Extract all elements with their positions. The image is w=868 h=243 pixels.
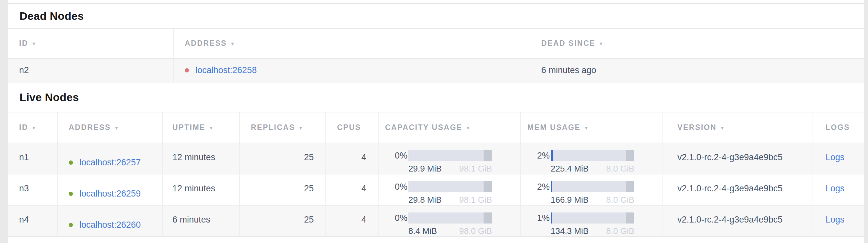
capacity-used-label: 8.4 MiB — [408, 226, 437, 236]
live-nodes-header-row: ID ▼ ADDRESS ▼ UPTIME ▼ REPLICAS ▼ CPUS … — [8, 112, 864, 143]
column-header-address[interactable]: ADDRESS ▼ — [57, 112, 162, 143]
sort-desc-icon: ▼ — [230, 41, 236, 47]
live-nodes-title-block: Live Nodes — [8, 82, 864, 112]
node-version: v2.1.0-rc.2-4-g3e9a4e9bc5 — [662, 174, 813, 205]
mem-usage-bar — [551, 181, 634, 192]
node-replicas: 25 — [239, 174, 326, 205]
mem-usage-cell: 2% 225.4 MiB 8.0 GiB — [520, 143, 662, 174]
node-address-cell: localhost:26258 — [173, 59, 528, 82]
node-address-link[interactable]: localhost:26259 — [80, 188, 141, 199]
column-header-replicas[interactable]: REPLICAS ▼ — [239, 112, 326, 143]
capacity-used-label: 29.8 MiB — [408, 195, 442, 205]
node-address-link[interactable]: localhost:26257 — [80, 157, 141, 168]
capacity-percent: 0% — [385, 151, 408, 161]
mem-used-fill — [551, 150, 553, 161]
column-header-capacity-usage[interactable]: CAPACITY USAGE ▼ — [378, 112, 520, 143]
mem-used-fill — [551, 181, 552, 192]
bar-endcap — [626, 213, 634, 223]
mem-used-label: 166.9 MiB — [551, 195, 589, 205]
sort-desc-icon: ▼ — [31, 41, 37, 47]
node-address-cell: localhost:26260 — [57, 206, 162, 236]
sort-desc-icon: ▼ — [720, 125, 725, 131]
sort-desc-icon: ▼ — [584, 125, 589, 131]
capacity-usage-bar — [408, 150, 492, 161]
bar-endcap — [484, 213, 492, 223]
logs-link[interactable]: Logs — [826, 152, 845, 162]
bar-endcap — [484, 181, 492, 192]
dead-nodes-title-block: Dead Nodes — [8, 4, 864, 29]
column-header-dead-since[interactable]: DEAD SINCE ▼ — [528, 29, 864, 58]
column-header-id[interactable]: ID ▼ — [8, 112, 57, 143]
dead-status-dot-icon — [185, 68, 189, 73]
sort-desc-icon: ▼ — [599, 41, 604, 47]
mem-percent: 2% — [527, 151, 551, 161]
mem-percent: 1% — [527, 213, 551, 223]
node-cpus: 4 — [326, 174, 378, 205]
nodes-overview-page: Dead Nodes ID ▼ ADDRESS ▼ DEAD SINCE ▼ n… — [8, 0, 864, 243]
mem-total-label: 8.0 GiB — [606, 195, 634, 205]
column-header-address[interactable]: ADDRESS ▼ — [173, 29, 528, 58]
node-cpus: 4 — [326, 143, 378, 174]
capacity-usage-cell: 0% 29.8 MiB 98.1 GiB — [378, 174, 520, 205]
mem-used-label: 134.3 MiB — [551, 226, 589, 236]
mem-used-label: 225.4 MiB — [551, 163, 589, 174]
live-nodes-section: Live Nodes ID ▼ ADDRESS ▼ UPTIME ▼ REPLI… — [8, 82, 864, 237]
node-cpus: 4 — [326, 206, 378, 236]
mem-total-label: 8.0 GiB — [606, 163, 634, 174]
column-header-mem-usage[interactable]: MEM USAGE ▼ — [520, 112, 662, 143]
dead-since-value: 6 minutes ago — [528, 59, 864, 82]
column-header-cpus[interactable]: CPUS — [326, 112, 378, 143]
mem-total-label: 8.0 GiB — [606, 226, 634, 236]
dead-nodes-title: Dead Nodes — [20, 10, 84, 22]
live-nodes-title: Live Nodes — [20, 91, 79, 104]
mem-usage-cell: 1% 134.3 MiB 8.0 GiB — [520, 206, 662, 236]
live-node-row-n3: n3 localhost:26259 12 minutes 25 4 0% 29… — [8, 174, 864, 206]
capacity-usage-bar — [408, 213, 492, 223]
column-header-version[interactable]: VERSION ▼ — [662, 112, 813, 143]
column-header-id[interactable]: ID ▼ — [8, 29, 173, 58]
capacity-usage-cell: 0% 29.9 MiB 98.1 GiB — [378, 143, 520, 174]
sort-desc-icon: ▼ — [298, 125, 304, 131]
sort-desc-icon: ▼ — [114, 125, 120, 131]
bar-endcap — [626, 150, 634, 161]
node-uptime: 12 minutes — [162, 174, 239, 205]
node-address-link[interactable]: localhost:26258 — [195, 65, 257, 75]
capacity-usage-bar — [408, 181, 492, 192]
capacity-total-label: 98.0 GiB — [459, 226, 492, 236]
node-version: v2.1.0-rc.2-4-g3e9a4e9bc5 — [662, 143, 813, 174]
node-id: n1 — [8, 143, 57, 174]
live-status-dot-icon — [69, 223, 73, 227]
mem-usage-bar — [551, 150, 634, 161]
capacity-usage-cell: 0% 8.4 MiB 98.0 GiB — [378, 206, 520, 236]
mem-percent: 2% — [527, 182, 551, 192]
column-header-logs: LOGS — [813, 112, 864, 143]
logs-cell: Logs — [813, 206, 864, 236]
node-id: n4 — [8, 206, 57, 236]
logs-cell: Logs — [813, 174, 864, 205]
sort-desc-icon: ▼ — [209, 125, 214, 131]
node-replicas: 25 — [239, 206, 326, 236]
node-id: n2 — [8, 59, 173, 82]
sort-desc-icon: ▼ — [31, 125, 37, 131]
mem-usage-bar — [551, 213, 634, 223]
node-id: n3 — [8, 174, 57, 205]
logs-link[interactable]: Logs — [826, 215, 845, 224]
node-replicas: 25 — [239, 143, 326, 174]
previous-section-edge — [8, 0, 864, 4]
bar-endcap — [484, 150, 492, 161]
dead-nodes-section: Dead Nodes ID ▼ ADDRESS ▼ DEAD SINCE ▼ n… — [8, 4, 864, 82]
sort-desc-icon: ▼ — [466, 125, 471, 131]
dead-node-row-n2: n2 localhost:26258 6 minutes ago — [8, 59, 864, 82]
logs-cell: Logs — [813, 143, 864, 174]
capacity-percent: 0% — [385, 213, 408, 223]
live-status-dot-icon — [69, 192, 73, 196]
live-node-row-n4: n4 localhost:26260 6 minutes 25 4 0% 8.4… — [8, 206, 864, 237]
node-uptime: 12 minutes — [162, 143, 239, 174]
node-address-cell: localhost:26257 — [57, 143, 162, 174]
capacity-total-label: 98.1 GiB — [459, 195, 492, 205]
dead-nodes-header-row: ID ▼ ADDRESS ▼ DEAD SINCE ▼ — [8, 29, 864, 59]
capacity-used-label: 29.9 MiB — [408, 163, 442, 174]
node-address-link[interactable]: localhost:26260 — [80, 219, 141, 231]
column-header-uptime[interactable]: UPTIME ▼ — [162, 112, 239, 143]
logs-link[interactable]: Logs — [826, 184, 845, 193]
